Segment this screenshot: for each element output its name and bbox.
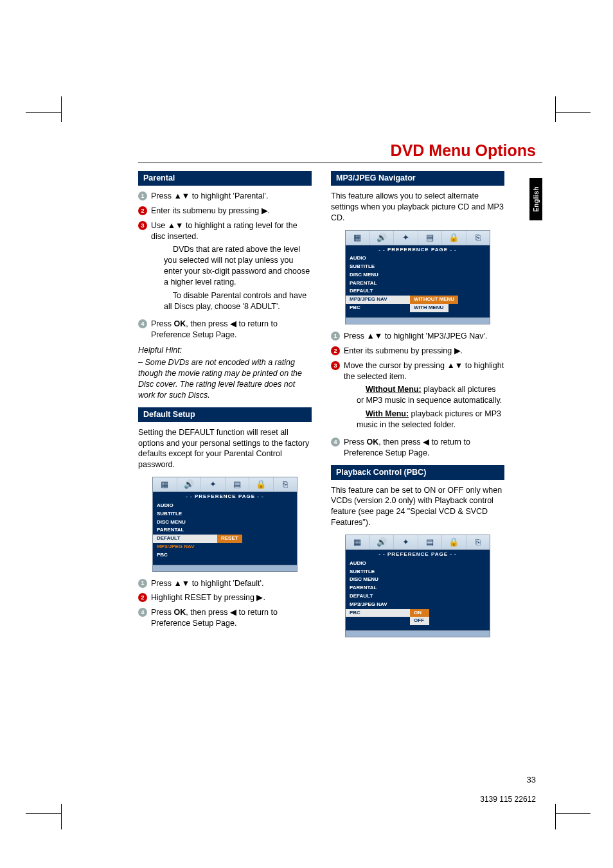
page-title: DVD Menu Options [138,141,542,160]
step-text: Press ▲▼ to highlight 'Parental'. [151,191,312,202]
menu-tab-general-icon: ▦ [346,535,370,549]
menu-item: DISC MENU [346,271,410,279]
menu-tab-video-icon: ✦ [394,535,418,549]
step-text: Enter its submenu by pressing ▶. [344,346,504,357]
paragraph: This feature allows you to select altern… [331,191,504,224]
step-text: Move the cursor by pressing ▲▼ to highli… [344,360,504,433]
step-2-icon: 2 [138,593,147,602]
menu-item: PBC [346,304,410,312]
paragraph: With Menu: playback pictures or MP3 musi… [357,409,504,430]
section-default: Default Setup [138,407,312,422]
step-1-icon: 1 [331,332,340,341]
menu-item: DISC MENU [346,576,410,584]
hint-title: Helpful Hint: [138,345,312,356]
menu-item: MP3/JPEG NAV [346,601,410,609]
menu-item: DEFAULT [346,592,410,601]
menu-item: AUDIO [346,560,410,568]
step-text: Highlight RESET by pressing ▶. [151,592,312,603]
paragraph: To disable Parental controls and have al… [164,290,312,312]
menu-tab-lock-icon: 🔒 [249,477,274,492]
step-text: Use ▲▼ to highlight a rating level for t… [151,220,312,315]
title-rule [138,163,542,163]
menu-item: DISC MENU [153,518,217,527]
step-text: Press OK, then press ◀ to return to Pref… [344,437,504,459]
section-parental: Parental [138,171,312,186]
menu-footer [345,631,490,637]
step-2-icon: 2 [331,346,340,355]
menu-item: PBC [153,551,217,560]
menu-item: SUBTITLE [346,568,410,576]
paragraph: DVDs that are rated above the level you … [164,244,312,288]
menu-tab-preference-icon: ▤ [418,231,443,245]
menu-item: MP3/JPEG NAV [153,543,217,551]
step-text: Press OK, then press ◀ to return to Pref… [151,607,312,629]
footer-code: 3139 115 22612 [480,795,536,804]
menu-item: AUDIO [346,254,410,263]
step-text: Enter its submenu by pressing ▶. [151,206,312,217]
menu-tab-preference-icon: ▤ [418,535,443,549]
page-number: 33 [527,775,536,784]
step-1-icon: 1 [138,579,147,588]
section-pbc: Playback Control (PBC) [331,465,504,480]
preference-menu-mp3jpeg: ▦ 🔊 ✦ ▤ 🔒 ⎘ - - PREFERENCE PAGE - - AUDI… [345,230,490,324]
right-column: MP3/JPEG Navigator This feature allows y… [331,171,504,644]
menu-value: WITH MENU [410,304,449,312]
menu-item: PARENTAL [153,526,217,535]
menu-item-selected: DEFAULT [153,535,217,543]
menu-item: AUDIO [153,502,217,510]
menu-value: OFF [410,617,429,625]
preference-menu-default: ▦ 🔊 ✦ ▤ 🔒 ⎘ - - PREFERENCE PAGE - - AUDI… [152,477,298,571]
menu-tab-exit-icon: ⎘ [466,231,490,245]
menu-tab-exit-icon: ⎘ [466,535,490,549]
menu-item: SUBTITLE [346,263,410,271]
left-column: Parental 1Press ▲▼ to highlight 'Parenta… [138,171,312,644]
crop-mark [555,797,594,823]
menu-item: SUBTITLE [153,510,217,518]
preference-menu-pbc: ▦ 🔊 ✦ ▤ 🔒 ⎘ - - PREFERENCE PAGE - - AUDI… [345,535,490,637]
paragraph: This feature can be set to ON or OFF onl… [331,485,504,529]
paragraph: Setting the DEFAULT function will reset … [138,427,312,471]
step-text: Press ▲▼ to highlight 'Default'. [151,578,312,589]
menu-tab-general-icon: ▦ [153,477,177,492]
menu-item: PARENTAL [346,584,410,592]
step-text: Press ▲▼ to highlight 'MP3/JPEG Nav'. [344,331,504,342]
step-1-icon: 1 [138,191,147,200]
menu-tab-lock-icon: 🔒 [442,231,466,245]
step-3-icon: 3 [138,221,147,230]
menu-tab-exit-icon: ⎘ [274,477,298,492]
language-tab: English [529,178,542,220]
paragraph: Without Menu: playback all pictures or M… [357,384,504,406]
menu-header: - - PREFERENCE PAGE - - [152,492,298,502]
language-tab-label: English [533,186,540,212]
menu-value-highlight: RESET [217,535,242,543]
section-mp3jpeg: MP3/JPEG Navigator [331,171,504,186]
step-3-icon: 3 [331,361,340,370]
menu-header: - - PREFERENCE PAGE - - [345,550,490,560]
step-4-icon: 4 [331,438,340,447]
menu-item: PARENTAL [346,279,410,288]
menu-tab-audio-icon: 🔊 [177,477,202,492]
crop-mark [26,797,64,823]
menu-tab-video-icon: ✦ [201,477,226,492]
step-4-icon: 4 [138,319,147,328]
menu-header: - - PREFERENCE PAGE - - [345,245,490,255]
step-2-icon: 2 [138,206,147,215]
step-4-icon: 4 [138,608,147,617]
menu-item-selected: PBC [346,609,410,617]
menu-value-highlight: ON [410,609,429,617]
menu-tab-general-icon: ▦ [346,231,370,245]
menu-item-selected: MP3/JPEG NAV [346,296,410,304]
menu-tab-preference-icon: ▤ [226,477,250,492]
menu-tab-audio-icon: 🔊 [370,535,395,549]
menu-tab-video-icon: ✦ [394,231,418,245]
menu-item [346,617,410,625]
menu-footer [345,318,490,324]
menu-item: DEFAULT [346,287,410,296]
menu-tab-lock-icon: 🔒 [442,535,466,549]
menu-value-highlight: WITHOUT MENU [410,296,458,304]
hint-text: – Some DVDs are not encoded with a ratin… [138,357,312,401]
menu-tab-audio-icon: 🔊 [370,231,395,245]
menu-footer [152,565,298,572]
step-text: Press OK, then press ◀ to return to Pref… [151,319,312,341]
